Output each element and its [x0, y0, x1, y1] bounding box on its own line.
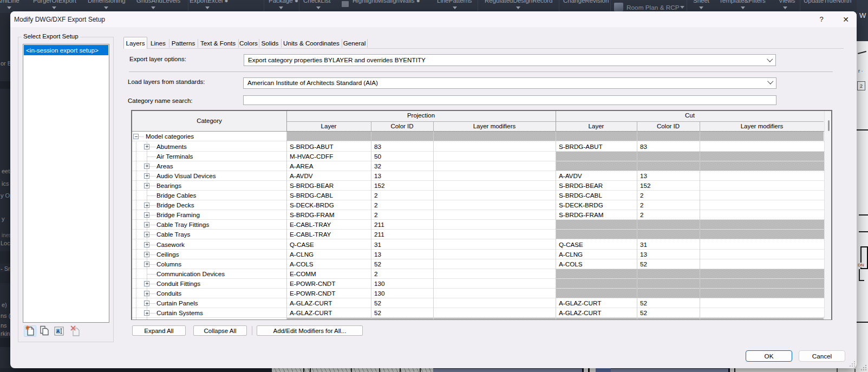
svg-text:A: A: [56, 329, 60, 334]
